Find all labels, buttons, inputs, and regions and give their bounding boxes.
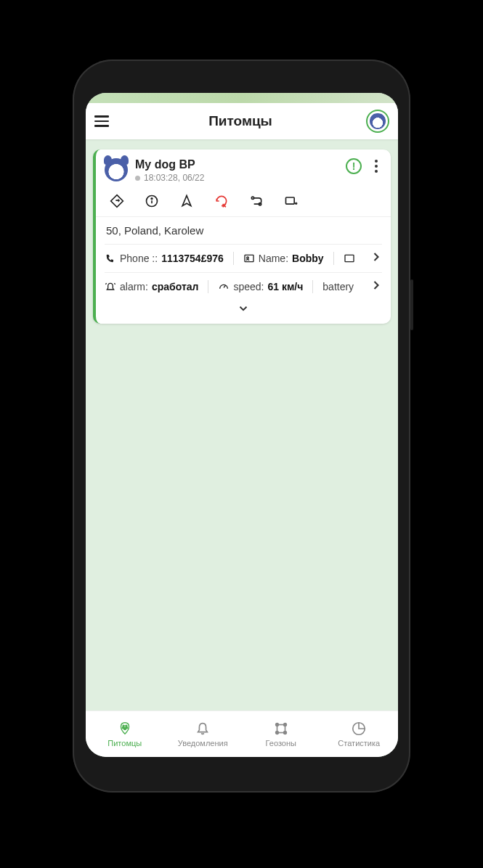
profile-avatar-button[interactable] bbox=[366, 110, 389, 133]
id-card-icon bbox=[243, 253, 255, 264]
directions-icon[interactable] bbox=[109, 193, 125, 209]
speed-chip: speed: 61 км/ч bbox=[218, 281, 303, 292]
pie-chart-icon bbox=[351, 721, 367, 737]
svg-point-24 bbox=[275, 732, 278, 734]
card-icon bbox=[344, 253, 355, 264]
svg-point-2 bbox=[151, 198, 153, 200]
bell-icon bbox=[195, 721, 211, 737]
status-dot-icon bbox=[135, 176, 140, 181]
chevron-right-icon bbox=[369, 278, 382, 292]
nav-label: Уведомления bbox=[178, 739, 228, 748]
expand-button[interactable] bbox=[105, 300, 382, 319]
svg-point-11 bbox=[246, 257, 248, 259]
alarm-chip: alarm: сработал bbox=[105, 281, 198, 292]
battery-chip: battery bbox=[322, 281, 354, 292]
separator bbox=[312, 280, 313, 293]
extra-chip bbox=[344, 253, 355, 264]
nav-label: Статистика bbox=[338, 739, 380, 748]
dog-icon bbox=[370, 113, 386, 129]
svg-point-23 bbox=[283, 724, 286, 726]
svg-point-22 bbox=[275, 724, 278, 726]
separator bbox=[333, 252, 334, 265]
pet-name: My dog BP bbox=[135, 158, 204, 171]
separator bbox=[233, 252, 234, 265]
action-icons-row bbox=[105, 183, 382, 216]
paw-location-icon bbox=[117, 721, 133, 737]
gauge-icon bbox=[218, 281, 230, 292]
map-sliver bbox=[86, 93, 398, 103]
card-header: My dog BP 18:03:28, 06/22 ! bbox=[105, 158, 382, 183]
alert-badge-icon[interactable]: ! bbox=[346, 158, 362, 174]
info-row-contacts[interactable]: Phone :: 1113754£976 Name: Bobby bbox=[105, 244, 382, 272]
timestamp-text: 18:03:28, 06/22 bbox=[144, 173, 204, 183]
phone-icon bbox=[105, 253, 116, 264]
bottom-nav: Питомцы Уведомления Геозоны Статистика bbox=[86, 711, 398, 757]
name-chip: Name: Bobby bbox=[243, 253, 324, 264]
separator bbox=[208, 280, 208, 293]
svg-point-5 bbox=[251, 197, 253, 199]
header-bar: Питомцы bbox=[86, 103, 398, 139]
svg-point-20 bbox=[123, 728, 126, 730]
content-area: My dog BP 18:03:28, 06/22 ! bbox=[86, 139, 398, 711]
info-icon[interactable] bbox=[144, 193, 160, 209]
svg-rect-7 bbox=[286, 197, 295, 204]
svg-rect-10 bbox=[245, 255, 253, 261]
route-icon[interactable] bbox=[248, 193, 264, 209]
device-add-icon[interactable] bbox=[283, 193, 299, 209]
address-text: 50, Poland, Karolew bbox=[105, 217, 382, 244]
navigation-icon[interactable] bbox=[179, 193, 195, 209]
alarm-icon bbox=[105, 281, 116, 292]
phone-side-button bbox=[410, 279, 413, 330]
svg-rect-12 bbox=[345, 255, 354, 261]
nav-notifications[interactable]: Уведомления bbox=[164, 711, 243, 757]
refresh-cancel-icon[interactable] bbox=[214, 193, 230, 209]
pet-avatar-icon[interactable] bbox=[105, 158, 128, 181]
phone-chip: Phone :: 1113754£976 bbox=[105, 253, 224, 264]
nav-label: Питомцы bbox=[107, 739, 142, 748]
svg-point-25 bbox=[283, 732, 286, 734]
nav-label: Геозоны bbox=[266, 739, 296, 748]
scroll-right-button[interactable] bbox=[354, 250, 382, 267]
polygon-icon bbox=[273, 721, 289, 737]
svg-line-13 bbox=[105, 283, 106, 284]
timestamp-row: 18:03:28, 06/22 bbox=[135, 173, 204, 183]
nav-pets[interactable]: Питомцы bbox=[86, 711, 164, 757]
app-screen: Питомцы My dog BP 18:03:28, 06/22 ! bbox=[86, 93, 398, 757]
page-title: Питомцы bbox=[115, 113, 366, 129]
info-row-status[interactable]: alarm: сработал speed: 61 км/ч battery bbox=[105, 272, 382, 300]
svg-line-14 bbox=[114, 283, 115, 284]
chevron-right-icon bbox=[369, 250, 382, 264]
svg-line-15 bbox=[224, 285, 226, 287]
menu-icon[interactable] bbox=[94, 111, 115, 131]
chevron-down-icon bbox=[237, 302, 250, 315]
nav-statistics[interactable]: Статистика bbox=[320, 711, 399, 757]
pet-card[interactable]: My dog BP 18:03:28, 06/22 ! bbox=[93, 150, 391, 324]
more-options-button[interactable] bbox=[370, 158, 382, 174]
scroll-right-button[interactable] bbox=[354, 278, 382, 295]
nav-geozones[interactable]: Геозоны bbox=[242, 711, 320, 757]
